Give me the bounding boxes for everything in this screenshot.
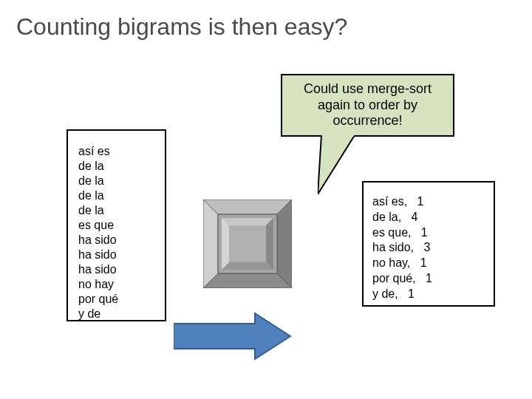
input-bigram-item: ha sido bbox=[78, 248, 154, 262]
input-bigram-item: de la bbox=[78, 174, 154, 188]
machine-icon bbox=[203, 200, 292, 288]
slide-title: Counting bigrams is then easy? bbox=[16, 13, 347, 41]
output-count-item: es que, 1 bbox=[372, 225, 485, 241]
output-counts-list: así es, 1de la, 4es que, 1ha sido, 3no h… bbox=[372, 194, 485, 302]
output-count-item: no hay, 1 bbox=[372, 256, 485, 271]
input-bigram-item: de la bbox=[78, 203, 154, 218]
svg-rect-9 bbox=[229, 225, 266, 262]
svg-marker-12 bbox=[174, 313, 290, 359]
input-bigrams-box: así esde lade lade lade laes queha sidoh… bbox=[66, 129, 166, 321]
input-bigram-item: y de bbox=[78, 307, 154, 321]
input-bigrams-list: así esde lade lade lade laes queha sidoh… bbox=[78, 144, 154, 321]
input-bigram-item: así es bbox=[78, 144, 154, 159]
svg-marker-0 bbox=[203, 200, 292, 214]
output-count-item: así es, 1 bbox=[372, 194, 485, 210]
svg-marker-1 bbox=[277, 200, 292, 288]
output-counts-box: así es, 1de la, 4es que, 1ha sido, 3no h… bbox=[362, 181, 495, 307]
output-count-item: por qué, 1 bbox=[372, 271, 485, 287]
input-bigram-item: ha sido bbox=[78, 233, 154, 248]
arrow-icon bbox=[174, 310, 292, 365]
input-bigram-item: por qué bbox=[78, 292, 154, 307]
svg-marker-7 bbox=[222, 262, 273, 270]
input-bigram-item: de la bbox=[78, 188, 154, 203]
input-bigram-item: no hay bbox=[78, 277, 154, 292]
callout-text: Could use merge-sort again to order by o… bbox=[291, 81, 444, 129]
svg-marker-10 bbox=[318, 135, 355, 194]
output-count-item: de la, 4 bbox=[372, 210, 485, 225]
callout-box: Could use merge-sort again to order by o… bbox=[281, 74, 454, 137]
output-count-item: ha sido, 3 bbox=[372, 240, 485, 256]
output-count-item: y de, 1 bbox=[372, 287, 485, 302]
input-bigram-item: de la bbox=[78, 159, 154, 174]
svg-marker-8 bbox=[222, 218, 229, 270]
svg-marker-5 bbox=[222, 218, 273, 225]
input-bigram-item: es que bbox=[78, 218, 154, 233]
input-bigram-item: ha sido bbox=[78, 262, 154, 277]
svg-marker-2 bbox=[203, 273, 292, 288]
svg-marker-3 bbox=[203, 200, 218, 288]
svg-marker-6 bbox=[266, 218, 273, 270]
